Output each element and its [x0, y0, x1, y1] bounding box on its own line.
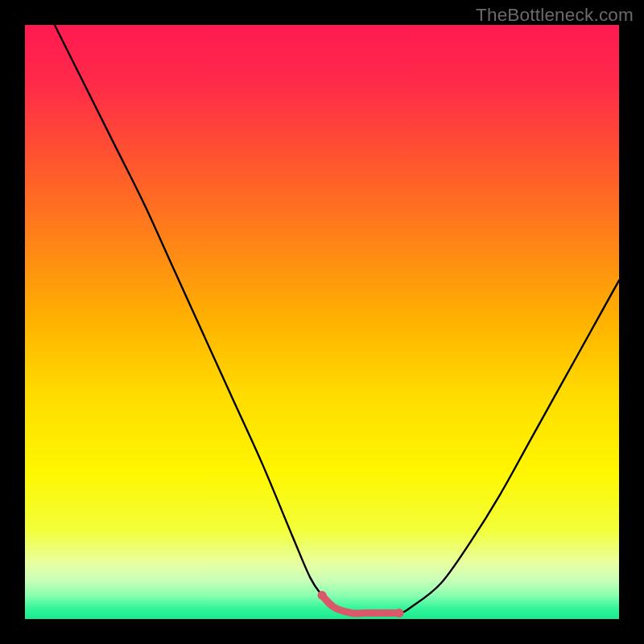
plot-area [25, 25, 619, 619]
svg-rect-0 [25, 25, 619, 619]
background-gradient [25, 25, 619, 619]
chart-frame: TheBottleneck.com [0, 0, 644, 644]
watermark-text: TheBottleneck.com [476, 5, 634, 26]
